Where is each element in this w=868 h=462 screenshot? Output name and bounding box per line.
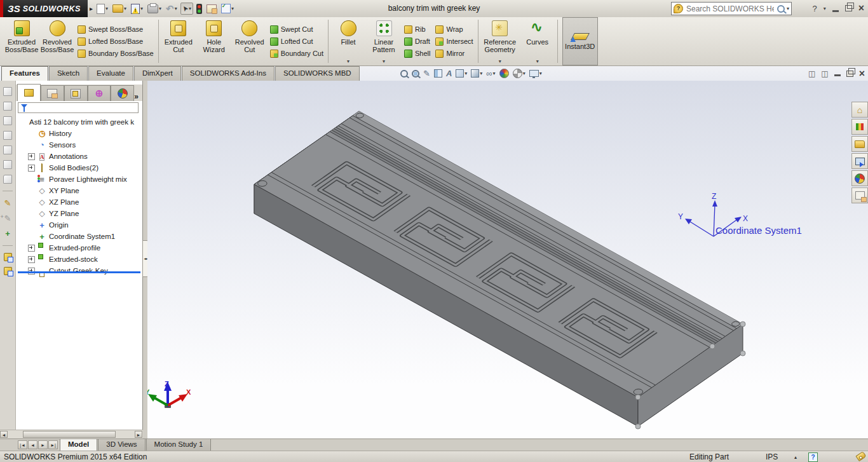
tab-solidworks-mbd[interactable]: SOLIDWORKS MBD bbox=[275, 66, 360, 81]
expand-icon[interactable] bbox=[28, 165, 35, 172]
tree-item-annotations[interactable]: Annotations bbox=[18, 151, 142, 162]
last-tab-button[interactable]: ►| bbox=[48, 440, 58, 449]
tab-3d-views[interactable]: 3D Views bbox=[98, 439, 145, 451]
app-help-caret[interactable]: ▾ bbox=[824, 6, 826, 11]
app-help-button[interactable]: ? bbox=[812, 4, 817, 13]
file-explorer-button[interactable] bbox=[851, 136, 868, 152]
undo-button[interactable]: ▾ bbox=[165, 2, 179, 16]
intersect-button[interactable]: Intersect bbox=[435, 37, 473, 46]
hole-wizard-button[interactable]: HoleWizard bbox=[196, 17, 232, 65]
swept-boss-base-button[interactable]: Swept Boss/Base bbox=[78, 25, 154, 34]
print-button[interactable]: ▾ bbox=[146, 3, 163, 15]
view-cube-icon[interactable] bbox=[3, 146, 12, 154]
tree-item-xy-plane[interactable]: XY Plane bbox=[18, 185, 142, 196]
scroll-left-arrow[interactable]: ◄ bbox=[0, 431, 8, 438]
tree-item-coordinate-system[interactable]: Coordinate System1 bbox=[18, 231, 142, 242]
tree-filter-box[interactable] bbox=[18, 102, 139, 113]
tree-item-xz-plane[interactable]: XZ Plane bbox=[18, 196, 142, 208]
new-document-button[interactable]: ▾ bbox=[95, 3, 109, 15]
view-settings-button[interactable]: ▾ bbox=[529, 70, 542, 77]
graphics-viewport[interactable]: Z X Y Coordinate System1 Z X Y bbox=[147, 81, 868, 438]
tab-motion-study-1[interactable]: Motion Study 1 bbox=[146, 439, 212, 451]
apply-scene-button[interactable]: ▾ bbox=[513, 69, 526, 78]
coordinate-system-icon[interactable] bbox=[5, 229, 10, 238]
rollback-bar[interactable] bbox=[18, 271, 140, 273]
tree-item-extruded-stock[interactable]: Extruded-stock bbox=[18, 254, 142, 265]
swept-cut-button[interactable]: Swept Cut bbox=[270, 25, 323, 34]
tab-dimxpert[interactable]: DimXpert bbox=[134, 66, 181, 81]
doc-minimize-button[interactable] bbox=[834, 74, 841, 76]
tab-features[interactable]: Features bbox=[1, 66, 48, 81]
previous-view-button[interactable]: ✎ bbox=[423, 69, 430, 78]
scroll-right-arrow[interactable]: ► bbox=[135, 431, 142, 438]
help-search-box[interactable]: ? ▾ bbox=[671, 2, 792, 15]
restore-button[interactable] bbox=[845, 5, 852, 11]
previous-tab-button[interactable]: ◄ bbox=[28, 440, 37, 449]
revolved-boss-base-button[interactable]: RevolvedBoss/Base bbox=[39, 17, 75, 65]
view-palette-button[interactable] bbox=[851, 153, 868, 169]
boundary-cut-button[interactable]: Boundary Cut bbox=[270, 49, 323, 58]
expand-icon[interactable] bbox=[28, 256, 35, 263]
view-cube-icon[interactable] bbox=[3, 116, 12, 125]
pane-split-left-icon[interactable]: ◫ bbox=[808, 69, 815, 78]
extruded-boss-base-button[interactable]: ExtrudedBoss/Base bbox=[4, 17, 39, 65]
open-document-button[interactable]: ▾ bbox=[111, 3, 128, 14]
minimize-button[interactable] bbox=[832, 10, 839, 12]
first-tab-button[interactable]: |◄ bbox=[18, 440, 27, 449]
lofted-boss-base-button[interactable]: Lofted Boss/Base bbox=[78, 37, 154, 46]
tab-evaluate[interactable]: Evaluate bbox=[88, 66, 133, 81]
dimxpert-manager-tab[interactable] bbox=[88, 85, 111, 101]
tree-item-origin[interactable]: Origin bbox=[18, 219, 142, 231]
tree-item-material[interactable]: Poraver Lightweight mix bbox=[18, 173, 142, 185]
tree-root-item[interactable]: Asti 12 balcony trim with greek k bbox=[18, 116, 142, 128]
custom-properties-button[interactable] bbox=[851, 187, 868, 203]
tab-sketch[interactable]: Sketch bbox=[49, 66, 88, 81]
next-tab-button[interactable]: ► bbox=[38, 440, 48, 449]
help-search-input[interactable] bbox=[685, 4, 775, 14]
feature-manager-tab[interactable] bbox=[17, 84, 41, 101]
panel-horizontal-scrollbar[interactable]: ◄ ► bbox=[0, 430, 143, 438]
close-button[interactable] bbox=[858, 3, 864, 14]
revolved-cut-button[interactable]: RevolvedCut bbox=[232, 17, 268, 65]
doc-restore-button[interactable] bbox=[846, 71, 853, 77]
view-cube-icon[interactable] bbox=[3, 131, 12, 140]
design-library-button[interactable] bbox=[851, 119, 868, 135]
extrude-cut-shortcut-icon[interactable] bbox=[4, 267, 12, 275]
reference-geometry-caret[interactable]: ▾ bbox=[499, 58, 501, 64]
home-tab-button[interactable] bbox=[851, 102, 868, 118]
curves-caret[interactable]: ▾ bbox=[536, 58, 539, 64]
tree-item-sensors[interactable]: Sensors bbox=[18, 139, 142, 151]
extruded-cut-button[interactable]: ExtrudedCut bbox=[161, 17, 196, 65]
save-document-button[interactable]: ▾ bbox=[130, 3, 144, 15]
zoom-to-area-button[interactable] bbox=[412, 70, 419, 78]
select-tool-button[interactable]: ▾ bbox=[180, 3, 193, 15]
search-dropdown-caret[interactable]: ▾ bbox=[787, 6, 789, 11]
rib-button[interactable]: Rib bbox=[404, 25, 430, 34]
view-cube-icon[interactable] bbox=[3, 102, 12, 111]
tree-item-extruded-profile[interactable]: Extruded-profile bbox=[18, 242, 142, 254]
expand-icon[interactable] bbox=[28, 153, 35, 160]
appearances-button[interactable] bbox=[851, 170, 868, 186]
doc-close-button[interactable] bbox=[859, 68, 865, 79]
linear-pattern-button[interactable]: LinearPattern ▾ bbox=[366, 17, 402, 65]
extrude-shortcut-icon[interactable] bbox=[4, 253, 12, 261]
annotation-views-button[interactable]: A bbox=[446, 69, 452, 78]
tab-model[interactable]: Model bbox=[60, 439, 97, 451]
fillet-button[interactable]: Fillet ▾ bbox=[330, 17, 366, 65]
property-manager-tab[interactable] bbox=[41, 85, 64, 101]
add-sketch-icon[interactable] bbox=[4, 214, 11, 223]
linear-pattern-caret[interactable]: ▾ bbox=[383, 58, 385, 64]
unit-system-caret[interactable]: ▴ bbox=[794, 454, 797, 460]
unit-system-selector[interactable]: IPS bbox=[766, 452, 778, 461]
tree-item-solid-bodies[interactable]: Solid Bodies(2) bbox=[18, 162, 142, 173]
view-orientation-button[interactable]: ▾ bbox=[456, 69, 467, 78]
boundary-boss-base-button[interactable]: Boundary Boss/Base bbox=[78, 49, 154, 58]
configuration-manager-tab[interactable] bbox=[64, 85, 88, 101]
section-view-button[interactable] bbox=[434, 69, 442, 78]
tree-item-history[interactable]: History bbox=[18, 128, 142, 139]
rebuild-button[interactable] bbox=[195, 3, 203, 15]
quick-tips-help-icon[interactable]: ? bbox=[808, 452, 818, 462]
fillet-caret[interactable]: ▾ bbox=[347, 58, 349, 64]
reference-geometry-button[interactable]: ReferenceGeometry ▾ bbox=[480, 17, 520, 65]
zoom-to-fit-button[interactable] bbox=[400, 70, 408, 78]
